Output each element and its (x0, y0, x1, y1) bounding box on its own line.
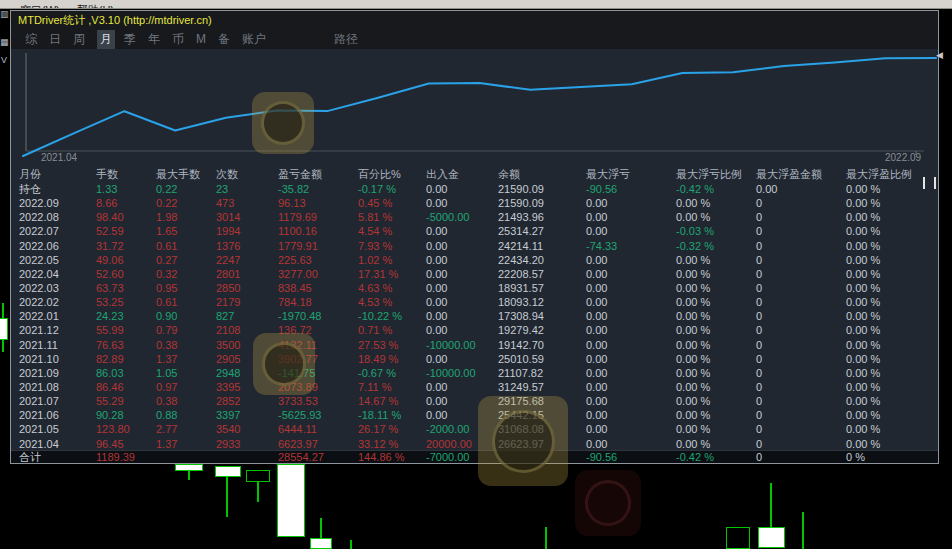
table-row[interactable]: 2021.0986.031.052948-141.75-0.67 %-10000… (11, 366, 938, 380)
row-label: 2021.09 (19, 366, 96, 380)
table-cell: 0.00 (586, 295, 676, 309)
table-cell: 0.00 (586, 437, 676, 451)
toolbar-item-备[interactable]: 备 (218, 30, 230, 49)
candle-wick (770, 483, 772, 527)
table-row[interactable]: 2022.0898.401.9830141179.695.81 %-5000.0… (11, 210, 938, 224)
table-row[interactable]: 2021.0496.451.3729336623.9733.12 %20000.… (11, 437, 938, 451)
table-row[interactable]: 2022.0124.230.90827-1970.48-10.22 %0.001… (11, 309, 938, 323)
table-cell: 784.18 (278, 295, 358, 309)
table-cell: 0.00 % (676, 309, 756, 323)
table-header-row: 月份手数最大手数次数盈亏金额百分比%出入金余额最大浮亏最大浮亏比例最大浮盈金额最… (11, 167, 938, 181)
table-cell: 98.40 (96, 210, 156, 224)
candle-wick (188, 470, 190, 480)
toolbar-item-日[interactable]: 日 (49, 30, 61, 49)
table-cell: 0.00 (756, 182, 846, 196)
table-row[interactable]: 2021.05123.802.7735406444.1126.17 %-2000… (11, 422, 938, 436)
table-cell: 473 (216, 196, 278, 210)
table-cell: 53.25 (96, 295, 156, 309)
table-cell: 0.71 % (358, 323, 426, 337)
candle-wick (350, 540, 352, 549)
toolbar-item-币[interactable]: 币 (172, 30, 184, 49)
menubar: 窗口(W)帮助(H) (0, 0, 952, 9)
toolbar-item-综[interactable]: 综 (25, 30, 37, 49)
table-row[interactable]: 2021.0690.280.883397-5625.93-18.11 %0.00… (11, 408, 938, 422)
column-header: 盈亏金额 (278, 167, 358, 181)
table-cell: 1.02 % (358, 253, 426, 267)
table-cell: 1179.69 (278, 210, 358, 224)
titlebar[interactable]: MTDriver统计 ,V3.10 (http://mtdriver.cn) (11, 11, 938, 30)
table-cell: -2000.00 (426, 422, 498, 436)
table-cell: -90.56 (586, 182, 676, 196)
table-total-row: 合计1189.3928554.27144.86 %-7000.00-90.56-… (11, 450, 938, 463)
scroll-left-arrow-icon[interactable]: ◀ (936, 50, 943, 60)
table-row[interactable]: 2021.0886.460.9733952073.897.11 %0.00312… (11, 380, 938, 394)
table-row[interactable]: 2022.0549.060.272247225.631.02 %0.002243… (11, 253, 938, 267)
table-cell: 0.00 (426, 323, 498, 337)
column-header: 最大浮亏 (586, 167, 676, 181)
toolbar-item-账户[interactable]: 账户 (242, 30, 266, 49)
table-cell: 0.00 % (676, 267, 756, 281)
table-cell: 0 (756, 380, 846, 394)
table-cell: 31249.57 (498, 380, 586, 394)
menu-item-window[interactable]: 窗口(W) (20, 3, 60, 9)
table-cell: 0.00 (426, 408, 498, 422)
table-cell: 0.00 % (676, 295, 756, 309)
x-axis-start-label: 2021.04 (41, 152, 77, 163)
toolbar-item-年[interactable]: 年 (148, 30, 160, 49)
equity-curve (23, 58, 936, 156)
menu-item-help[interactable]: 帮助(H) (77, 3, 114, 9)
toolbar-item-周[interactable]: 周 (73, 30, 85, 49)
table-cell: 20000.00 (426, 437, 498, 451)
table-cell: 4132.11 (278, 338, 358, 352)
toolbar-item-M[interactable]: M (196, 30, 206, 49)
table-cell: 0 (756, 253, 846, 267)
toolbar-path-label[interactable]: 路径 (334, 30, 358, 49)
table-cell: 3395 (216, 380, 278, 394)
table-cell: 0.00 (426, 380, 498, 394)
table-row[interactable]: 2022.0253.250.612179784.184.53 %0.001809… (11, 295, 938, 309)
table-cell: 18931.57 (498, 281, 586, 295)
table-cell: 1100.16 (278, 224, 358, 238)
toolbar-item-月[interactable]: 月 (97, 30, 115, 49)
row-label: 2022.09 (19, 196, 96, 210)
toolbar-item-季[interactable]: 季 (124, 30, 136, 49)
row-label: 2022.06 (19, 239, 96, 253)
row-label: 2021.10 (19, 352, 96, 366)
table-cell: -1970.48 (278, 309, 358, 323)
table-row[interactable]: 2021.1255.990.792108136.720.71 %0.001927… (11, 323, 938, 337)
table-row[interactable]: 2022.098.660.2247396.130.45 %0.0021590.0… (11, 196, 938, 210)
table-cell: 31068.08 (498, 422, 586, 436)
table-cell: 0.00 (426, 295, 498, 309)
table-cell: 0.00 % (676, 380, 756, 394)
table-row[interactable]: 2022.0452.600.3228013277.0017.31 %0.0022… (11, 267, 938, 281)
table-row[interactable]: 2021.1082.891.3729053902.7718.49 %0.0025… (11, 352, 938, 366)
candle-body (0, 318, 8, 340)
table-cell: 3277.00 (278, 267, 358, 281)
row-label: 2022.05 (19, 253, 96, 267)
table-cell: 0.00 (426, 267, 498, 281)
candle-wick (802, 512, 804, 549)
table-cell: -0.32 % (676, 239, 756, 253)
table-row[interactable]: 2021.1176.630.3835004132.1127.53 %-10000… (11, 338, 938, 352)
table-cell: 0 (756, 451, 846, 463)
table-row[interactable]: 2022.0631.720.6113761779.917.93 %0.00242… (11, 239, 938, 253)
table-cell: 0.00 (586, 422, 676, 436)
table-cell: 0.00 (586, 224, 676, 238)
table-row[interactable]: 2022.0752.591.6519941100.164.54 %0.00253… (11, 224, 938, 238)
table-cell: 0.00 (586, 338, 676, 352)
table-cell: 55.29 (96, 394, 156, 408)
table-row[interactable]: 持仓1.330.2223-35.82-0.17 %0.0021590.09-90… (11, 182, 938, 196)
table-cell: 86.03 (96, 366, 156, 380)
table-row[interactable]: 2021.0755.290.3828523733.5314.67 %0.0029… (11, 394, 938, 408)
table-cell: 0.00 (426, 352, 498, 366)
table-cell: 0.00 (586, 352, 676, 366)
table-cell: 0 (756, 408, 846, 422)
table-row[interactable]: 2022.0363.730.952850838.454.63 %0.001893… (11, 281, 938, 295)
table-cell: 0 (756, 239, 846, 253)
chart-icon: ▦ (0, 37, 9, 47)
table-cell: -35.82 (278, 182, 358, 196)
row-label: 2021.11 (19, 338, 96, 352)
candle-body (310, 538, 332, 549)
table-cell: 0.00 % (846, 338, 926, 352)
table-cell: 0 (756, 210, 846, 224)
